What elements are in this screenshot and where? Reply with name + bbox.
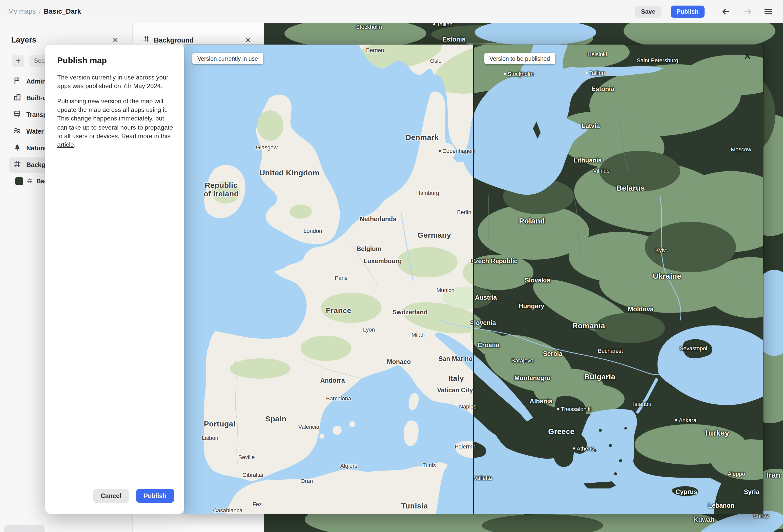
breadcrumb-map-name: Basic_Dark [44,8,81,15]
undo-back-button[interactable] [719,5,732,18]
publish-button[interactable]: Publish [670,5,704,18]
background-tab-label: Background [154,36,238,44]
grid-icon [143,35,150,44]
comparison-pane-current[interactable]: BergenOsloHelsinkiSaint PetersburgTallin… [184,44,474,514]
comparison-pane-new[interactable]: BergenOsloHelsinkiSaint PetersburgTallin… [474,44,763,514]
save-button[interactable]: Save [635,5,661,18]
map-art [474,44,763,514]
map-art [184,44,474,514]
breadcrumb: My maps / Basic_Dark [8,8,81,15]
dialog-paragraph-1: The version currently in use across your… [57,73,174,91]
waves-icon [13,127,21,137]
app-root: StockholmTallinnEstoniaIranShirazKuwait … [0,0,783,532]
cancel-button[interactable]: Cancel [93,489,129,503]
layer-color-swatch [15,177,23,185]
publish-confirm-button[interactable]: Publish [136,489,174,503]
menu-button[interactable] [762,5,775,18]
layers-panel-title: Layers [11,35,36,44]
toolbar-divider [712,6,712,17]
grid-icon-small [27,177,33,186]
top-bar: My maps / Basic_Dark Save Publish [0,0,783,23]
flag-icon [13,76,21,87]
new-version-badge: Version to be published [484,53,555,64]
current-version-badge: Version currently in use [192,53,263,64]
breadcrumb-separator: / [39,8,41,15]
bus-icon [13,110,21,120]
dialog-paragraph-2: Publishing new version of the map will u… [57,97,174,149]
map-comparison: BergenOsloHelsinkiSaint PetersburgTallin… [184,44,763,514]
dialog-title: Publish map [57,56,174,65]
redo-forward-button[interactable] [742,5,755,18]
sidebar-footer-control[interactable] [4,525,44,532]
comparison-divider[interactable] [473,44,474,514]
buildings-icon [13,93,21,103]
close-comparison-icon[interactable] [744,53,751,62]
breadcrumb-my-maps[interactable]: My maps [8,8,36,15]
add-layer-button[interactable] [12,55,24,67]
grid-icon [13,160,21,170]
tree-icon [13,143,21,153]
publish-map-dialog: Publish map The version currently in use… [45,44,184,514]
